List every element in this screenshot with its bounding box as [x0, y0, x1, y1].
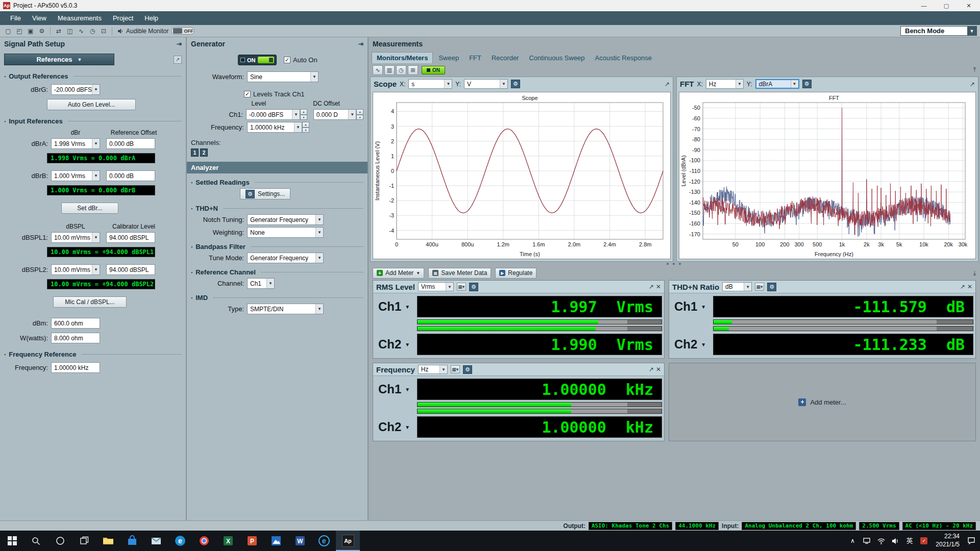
- browser-icon[interactable]: [192, 531, 216, 551]
- notification-center-icon[interactable]: [965, 531, 978, 551]
- add-meter-tile[interactable]: + Add meter...: [669, 363, 976, 441]
- mail-icon[interactable]: [144, 531, 168, 551]
- dbra-offset-input[interactable]: 0.000 dB: [106, 138, 155, 149]
- signal-path-icon[interactable]: ⇄: [54, 26, 64, 36]
- tab-recorder[interactable]: Recorder: [487, 53, 523, 63]
- thdn-ch1-selector[interactable]: Ch1▼: [669, 299, 713, 314]
- edge-icon[interactable]: e: [168, 531, 192, 551]
- dock-icon[interactable]: ⇥: [358, 40, 363, 47]
- expand-icon[interactable]: ⤒: [973, 66, 976, 73]
- audible-monitor-toggle[interactable]: OFF: [171, 27, 194, 35]
- gear-icon[interactable]: ⚙: [469, 283, 478, 291]
- photos-icon[interactable]: [264, 531, 288, 551]
- splitter-handle[interactable]: ● ● ●: [369, 262, 980, 266]
- new-project-icon[interactable]: ▢: [3, 26, 13, 36]
- dbspl2-cal-input[interactable]: 94.000 dBSPL: [106, 264, 155, 275]
- minimize-button[interactable]: —: [913, 0, 935, 11]
- pc-status-icon[interactable]: [860, 531, 873, 551]
- tab-fft[interactable]: FFT: [464, 53, 486, 63]
- output-device-badge[interactable]: ASIO: Khadas Tone 2 Chs: [589, 522, 672, 530]
- search-icon[interactable]: [24, 531, 48, 551]
- ie-icon[interactable]: e: [312, 531, 336, 551]
- weighting-select[interactable]: None▼: [247, 227, 324, 238]
- waveform-select[interactable]: Sine▼: [247, 71, 318, 82]
- rms-unit-select[interactable]: Vrms▼: [418, 282, 454, 291]
- imd-type-select[interactable]: SMPTE/DIN▼: [247, 304, 324, 314]
- dbrb-select[interactable]: 1.000 Vrms▼: [51, 170, 100, 181]
- popout-icon[interactable]: ↗: [665, 81, 670, 88]
- popout-icon[interactable]: ↗: [970, 81, 975, 88]
- taskbar-clock[interactable]: 22:34 2021/1/5: [932, 533, 964, 548]
- close-button[interactable]: ✕: [958, 0, 980, 11]
- dbspl1-select[interactable]: 10.00 mVrms▼: [51, 232, 100, 243]
- monitor-icon[interactable]: ⊡: [99, 26, 109, 36]
- fft-x-select[interactable]: Hz▼: [706, 79, 744, 89]
- scope-x-select[interactable]: s▼: [408, 79, 452, 89]
- dbra-select[interactable]: 1.998 Vrms▼: [51, 138, 100, 149]
- levels-track-checkbox[interactable]: ✓: [244, 91, 251, 97]
- gear-icon[interactable]: ⚙: [802, 80, 812, 88]
- tab-monitors-meters[interactable]: Monitors/Meters: [372, 52, 433, 63]
- dbspl2-select[interactable]: 10.00 mVrms▼: [51, 264, 100, 275]
- popout-icon[interactable]: ↗: [174, 56, 182, 64]
- close-icon[interactable]: ✕: [656, 283, 661, 290]
- dc-offset-select[interactable]: 0.000 D▼: [313, 109, 356, 120]
- close-icon[interactable]: ✕: [967, 283, 972, 290]
- grid-monitor-icon[interactable]: ⊞: [408, 65, 418, 75]
- thdn-unit-select[interactable]: dB▼: [722, 282, 752, 291]
- add-meter-button[interactable]: + Add Meter ▼: [373, 268, 424, 279]
- settings-button[interactable]: ⚙Settings...: [240, 188, 290, 199]
- menu-view[interactable]: View: [27, 12, 52, 24]
- powerpoint-icon[interactable]: P: [240, 531, 264, 551]
- scope-monitor-icon[interactable]: ∿: [373, 65, 383, 75]
- gear-icon[interactable]: ⚙: [463, 365, 472, 374]
- references-dropdown[interactable]: References ▼: [4, 54, 114, 65]
- input-range-badge[interactable]: 2.500 Vrms: [859, 522, 899, 530]
- meters-icon[interactable]: ◫: [65, 26, 75, 36]
- menu-measurements[interactable]: Measurements: [53, 12, 107, 24]
- set-dbr-button[interactable]: Set dBr...: [61, 203, 118, 214]
- mic-cal-button[interactable]: Mic Cal / dBSPL...: [53, 296, 127, 308]
- excel-icon[interactable]: X: [216, 531, 240, 551]
- dbrg-select[interactable]: -20.000 dBFS▼: [51, 84, 100, 95]
- clock-monitor-icon[interactable]: ◷: [396, 65, 406, 75]
- tune-mode-select[interactable]: Generator Frequency▼: [247, 253, 324, 263]
- display-options-icon[interactable]: ▦▾: [457, 283, 466, 291]
- volume-icon[interactable]: [889, 531, 902, 551]
- open-project-icon[interactable]: ◰: [14, 26, 24, 36]
- input-config-badge[interactable]: Analog Unbalanced 2 Ch, 100 kohm: [742, 522, 856, 530]
- rms-ch1-selector[interactable]: Ch1▼: [373, 299, 417, 314]
- monitors-on-toggle[interactable]: ON: [422, 66, 445, 74]
- scope-y-select[interactable]: V▼: [464, 79, 508, 89]
- generator-frequency-select[interactable]: 1.00000 kHz▼: [247, 122, 302, 133]
- fft-y-select[interactable]: dBrA▼: [755, 79, 799, 89]
- maximize-button[interactable]: ▢: [935, 0, 958, 11]
- apx500-taskbar-icon[interactable]: Ap: [336, 531, 360, 551]
- settings-icon[interactable]: ⚙: [37, 26, 47, 36]
- popout-icon[interactable]: ↗: [960, 283, 965, 290]
- close-icon[interactable]: ✕: [656, 366, 661, 373]
- gear-icon[interactable]: ⚙: [511, 80, 520, 88]
- ch1-level-select[interactable]: -0.000 dBFS▼: [246, 109, 300, 120]
- display-options-icon[interactable]: ▦▾: [755, 283, 764, 291]
- generator-frequency-stepper[interactable]: ▲▼: [302, 122, 309, 133]
- tab-acoustic-response[interactable]: Acoustic Response: [591, 53, 656, 63]
- frequency-ch1-selector[interactable]: Ch1▼: [373, 382, 417, 396]
- reference-channel-select[interactable]: Ch1▼: [247, 278, 275, 289]
- clock-icon[interactable]: ◷: [87, 26, 97, 36]
- frequency-reference-input[interactable]: 1.00000 kHz: [51, 362, 100, 373]
- input-filter-badge[interactable]: AC (<10 Hz) - 20 kHz: [902, 522, 976, 530]
- dbm-input[interactable]: 600.0 ohm: [51, 318, 100, 329]
- menu-file[interactable]: File: [5, 12, 26, 24]
- sweep-icon[interactable]: ∿: [76, 26, 86, 36]
- dbspl1-cal-input[interactable]: 94.000 dBSPL: [106, 232, 155, 243]
- start-button[interactable]: [0, 531, 24, 551]
- collapse-icon[interactable]: ⤓: [973, 269, 976, 277]
- dock-icon[interactable]: ⇥: [177, 40, 182, 47]
- rms-ch2-selector[interactable]: Ch2▼: [373, 337, 417, 352]
- sample-rate-badge[interactable]: 44.1000 kHz: [675, 522, 719, 530]
- antivirus-icon[interactable]: ✓: [917, 531, 930, 551]
- file-explorer-icon[interactable]: [96, 531, 120, 551]
- bench-mode-dropdown[interactable]: Bench Mode ▼: [900, 26, 977, 36]
- hidden-icons-chevron[interactable]: ∧: [846, 531, 859, 551]
